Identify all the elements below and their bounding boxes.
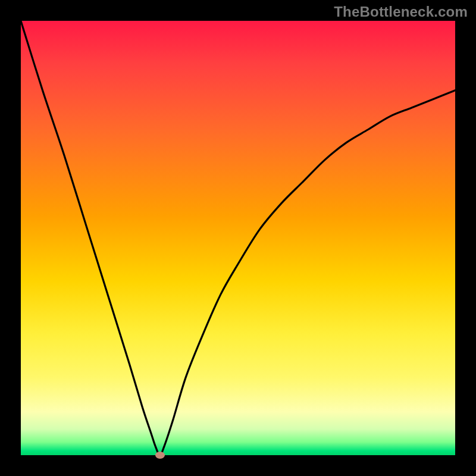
- plot-area: [21, 21, 455, 455]
- chart-frame: TheBottleneck.com: [0, 0, 476, 476]
- curve-svg: [21, 21, 455, 455]
- watermark-text: TheBottleneck.com: [334, 4, 468, 20]
- min-marker: [155, 452, 165, 459]
- bottleneck-curve: [21, 21, 455, 455]
